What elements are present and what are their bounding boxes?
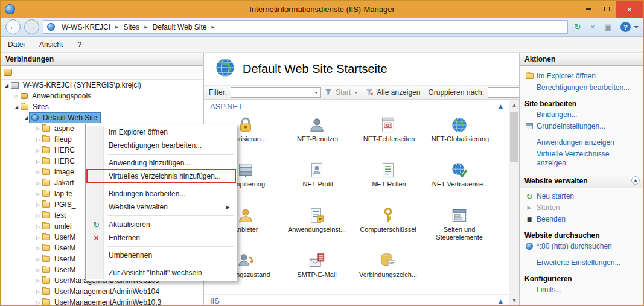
expander-icon[interactable] [34, 224, 42, 229]
menu-datei[interactable]: Datei [8, 40, 25, 49]
feature-net-trust-levels[interactable]: .NET-Vertrauense... [425, 158, 494, 203]
expander-icon[interactable] [34, 137, 42, 142]
forward-button[interactable] [24, 19, 39, 34]
expander-icon[interactable] [34, 267, 42, 273]
menu-item-refresh[interactable]: Aktualisieren [87, 218, 235, 231]
feature-net-profile[interactable]: .NET-Profil [282, 158, 351, 203]
menu-item-edit-bindings[interactable]: Bindungen bearbeiten... [87, 187, 235, 200]
action-start[interactable]: Starten [524, 202, 639, 214]
close-button[interactable] [616, 1, 643, 18]
action-restart[interactable]: Neu starten [524, 191, 639, 202]
refresh-icon[interactable]: ↻ [572, 21, 584, 33]
breadcrumb-server[interactable]: W-WS-KREJCI [59, 22, 113, 32]
feature-net-error-pages[interactable]: 404.NET-Fehlerseiten [354, 113, 422, 158]
action-limits[interactable]: Limits... [524, 284, 639, 296]
feature-application-settings[interactable]: Anwendungseinst... [282, 203, 351, 249]
expander-icon[interactable] [34, 278, 42, 284]
expander-icon[interactable] [34, 202, 42, 208]
tree-item-sites[interactable]: Sites [1, 101, 203, 112]
tree-item-server[interactable]: W-WS-KREJCI (SYNERGIS\p.krejci) [1, 80, 203, 91]
context-menu: Im Explorer öffnen Berechtigungen bearbe… [85, 124, 237, 281]
menu-item-remove[interactable]: Entfernen [87, 231, 235, 244]
expander-icon[interactable] [34, 257, 42, 262]
expander-icon[interactable] [34, 235, 42, 240]
apppool-icon [21, 93, 28, 99]
group-by-select[interactable] [488, 87, 519, 98]
help-dropdown-caret[interactable] [634, 26, 639, 31]
action-stop[interactable]: Beenden [524, 214, 639, 225]
action-view-applications[interactable]: Anwendungen anzeigen [524, 137, 639, 148]
expander-icon[interactable] [34, 213, 42, 218]
action-view-virtual-directories[interactable]: Virtuelle Verzeichnisse anzeigen [524, 148, 639, 169]
action-open-explorer[interactable]: Im Explorer öffnen [524, 71, 639, 82]
feature-machine-key[interactable]: Computerschlüssel [354, 203, 422, 249]
filter-go-caret[interactable] [354, 92, 358, 95]
menu-ansicht[interactable]: Ansicht [39, 40, 63, 49]
heading-manage-website: Website verwalten [520, 174, 643, 188]
stop-icon[interactable]: × [587, 21, 599, 33]
folder-icon [42, 278, 50, 284]
expander-icon[interactable] [34, 289, 42, 295]
menu-item-add-virtual-directory[interactable]: Virtuelles Verzeichnis hinzufügen... [87, 170, 235, 183]
show-all-button[interactable]: Alle anzeigen [377, 88, 420, 97]
action-basic-settings[interactable]: Grundeinstellungen... [524, 121, 639, 132]
expander-icon[interactable] [34, 148, 42, 153]
tree-item-default-web-site[interactable]: Default Web Site [1, 112, 203, 123]
vertical-scrollbar[interactable] [509, 100, 519, 305]
scroll-up-icon[interactable] [509, 100, 519, 110]
collapse-section-icon[interactable] [499, 103, 503, 109]
feature-net-globalization[interactable]: .NET-Globalisierung [425, 113, 494, 158]
folder-icon [42, 191, 50, 197]
properties-icon[interactable]: ▣ [602, 21, 614, 33]
back-button[interactable] [5, 19, 21, 34]
menu-item-open-explorer[interactable]: Im Explorer öffnen [87, 126, 235, 139]
action-edit-permissions[interactable]: Berechtigungen bearbeiten... [524, 82, 639, 94]
scrollbar-thumb[interactable] [510, 112, 518, 162]
expander-icon[interactable] [34, 300, 42, 305]
expander-icon[interactable] [34, 180, 42, 186]
menu-item-add-application[interactable]: Anwendung hinzufügen... [87, 156, 235, 170]
menu-item-manage-website[interactable]: Website verwalten [87, 200, 235, 214]
breadcrumb-sites[interactable]: Sites [121, 22, 143, 32]
action-advanced-settings[interactable]: Erweiterte Einstellungen... [524, 257, 639, 269]
scroll-down-icon[interactable] [509, 295, 519, 305]
globe-check-icon [451, 159, 468, 179]
page-title: Default Web Site Startseite [243, 62, 387, 76]
minimize-button[interactable] [579, 1, 598, 18]
feature-net-roles[interactable]: .NET-Rollen [354, 158, 422, 203]
menu-item-switch-content-view[interactable]: Zur Ansicht "Inhalt" wechseln [87, 266, 235, 279]
save-connection-icon[interactable] [4, 69, 12, 76]
breadcrumb-site[interactable]: Default Web Site [150, 22, 210, 32]
tree-item[interactable]: UserManagementAdminWeb104 [1, 286, 203, 297]
expander-icon[interactable] [34, 191, 42, 197]
filter-input[interactable] [231, 87, 321, 98]
site-home-globe-icon [215, 57, 235, 80]
expander-icon[interactable] [13, 104, 20, 110]
expander-icon[interactable] [3, 83, 10, 88]
feature-net-users[interactable]: .NET-Benutzer [282, 113, 351, 158]
action-help[interactable]: Hilfe [524, 303, 639, 305]
menu-item-edit-permissions[interactable]: Berechtigungen bearbeiten... [87, 139, 235, 152]
filter-go-button[interactable]: Start [336, 88, 351, 97]
maximize-button[interactable] [598, 1, 616, 18]
breadcrumb[interactable]: W-WS-KREJCI Sites Default Web Site [43, 20, 568, 34]
action-browse-80[interactable]: *:80 (http) durchsuchen [524, 241, 639, 252]
expander-icon[interactable] [34, 159, 42, 164]
feature-pages-and-controls[interactable]: Seiten und Steuerelemente [425, 203, 494, 249]
expander-icon[interactable] [34, 246, 42, 251]
collapse-section-icon[interactable] [499, 298, 503, 304]
folder-icon [42, 212, 50, 218]
expander-icon[interactable] [13, 94, 20, 99]
collapse-group-icon[interactable] [631, 176, 640, 185]
action-bindings[interactable]: Bindungen... [524, 109, 639, 121]
help-icon[interactable] [620, 22, 631, 32]
tree-item[interactable]: UserManagementAdminWeb10.3 [1, 297, 203, 305]
menu-item-rename[interactable]: Umbenennen [87, 249, 235, 262]
feature-smtp-email[interactable]: SMTP-E-Mail [282, 249, 351, 294]
feature-connection-strings[interactable]: abVerbindungszeich... [354, 249, 422, 294]
tree-item-apppools[interactable]: Anwendungspools [1, 91, 203, 101]
menu-hilfe[interactable]: ? [77, 40, 81, 49]
expander-icon[interactable] [34, 170, 42, 175]
expander-icon[interactable] [22, 115, 30, 121]
expander-icon[interactable] [34, 126, 42, 132]
